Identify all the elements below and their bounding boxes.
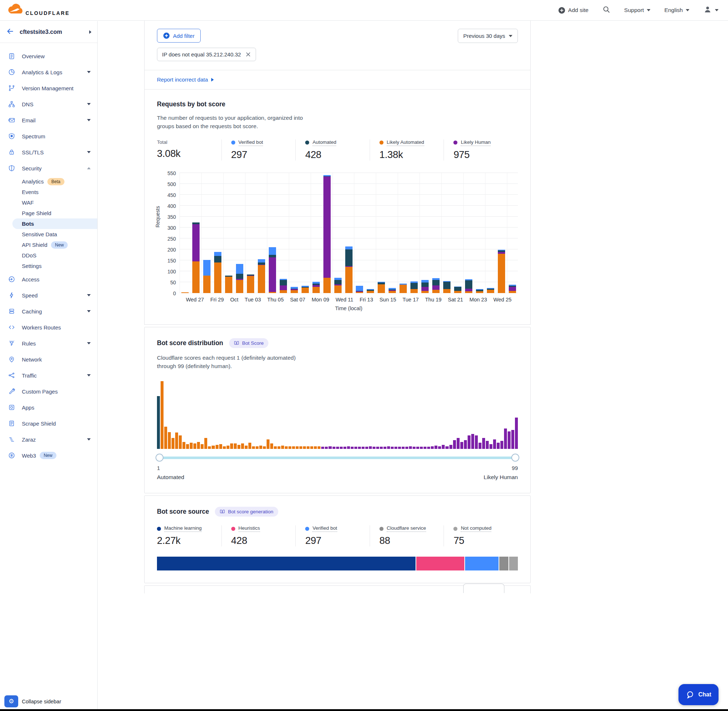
likely-human-segment (192, 224, 199, 261)
back-arrow-icon[interactable] (6, 27, 15, 37)
stat-label[interactable]: Cloudflare service (387, 525, 426, 532)
sidebar-item-rules[interactable]: Rules (0, 335, 97, 351)
x-tick: Thu 19 (425, 297, 442, 302)
sidebar-item-settings[interactable]: Settings (0, 261, 97, 271)
histogram-bar (288, 446, 291, 449)
sidebar-item-network[interactable]: Network (0, 351, 97, 367)
sidebar-item-version-management[interactable]: Version Management (0, 80, 97, 96)
likely-human-segment (465, 289, 473, 291)
verified-bot-segment (214, 252, 222, 256)
stat-label[interactable]: Not computed (461, 525, 491, 532)
bot-score-badge[interactable]: Bot Score (229, 338, 269, 348)
sidebar-item-email[interactable]: Email (0, 112, 97, 128)
chat-button[interactable]: Chat (678, 684, 719, 705)
stat-label[interactable]: Likely Human (461, 139, 490, 146)
sidebar-item-speed[interactable]: Speed (0, 287, 97, 303)
date-range-select[interactable]: Previous 30 days (458, 29, 518, 43)
sidebar-item-events[interactable]: Events (0, 187, 97, 197)
cloudflare-logo[interactable]: CLOUDFLARE (6, 4, 69, 17)
share-icon (8, 372, 15, 379)
stat-label[interactable]: Heuristics (239, 525, 260, 532)
stat-label[interactable]: Verified bot (239, 139, 263, 146)
cloudflare-cloud-icon (6, 4, 23, 17)
slider-track[interactable] (157, 457, 518, 459)
x-tick (463, 297, 470, 302)
sidebar-item-waf[interactable]: WAF (0, 197, 97, 208)
sidebar: cftestsite3.com OverviewAnalytics & Logs… (0, 21, 97, 711)
y-tick: 350 (167, 214, 176, 220)
histogram-bar (259, 445, 262, 449)
sidebar-item-sensitive-data[interactable]: Sensitive Data (0, 229, 97, 239)
language-menu[interactable]: English (664, 7, 690, 13)
verified-bot-segment (236, 264, 243, 274)
add-site-button[interactable]: Add site (558, 7, 589, 14)
stat-label[interactable]: Automated (313, 139, 336, 146)
x-tick: Wed 27 (186, 297, 204, 302)
legend-dot (231, 140, 235, 145)
sidebar-item-label: API Shield (22, 242, 47, 248)
sidebar-item-zaraz[interactable]: Zaraz (0, 431, 97, 447)
sidebar-item-caching[interactable]: Caching (0, 303, 97, 319)
histogram-bar (351, 447, 354, 449)
y-tick: 300 (167, 225, 176, 231)
sidebar-item-web3[interactable]: Web3New (0, 447, 97, 463)
stat-label[interactable]: Verified bot (313, 525, 337, 532)
sidebar-item-dns[interactable]: DNS (0, 96, 97, 112)
report-incorrect-data-link[interactable]: Report incorrect data (157, 77, 214, 83)
stat-label[interactable]: Machine learning (164, 525, 202, 532)
likely-automated-segment (378, 284, 385, 293)
chart-bar (474, 173, 485, 293)
histogram-bar (475, 435, 478, 449)
search-button[interactable] (602, 6, 610, 15)
chart-bar (201, 173, 212, 293)
bot-score-generation-badge[interactable]: Bot score generation (215, 507, 278, 516)
sidebar-item-analytics-logs[interactable]: Analytics & Logs (0, 64, 97, 80)
collapse-sidebar-button[interactable]: Collapse sidebar (22, 699, 61, 704)
chart-bar (311, 173, 322, 293)
account-menu[interactable] (703, 5, 719, 15)
sidebar-item-workers-routes[interactable]: Workers Routes (0, 319, 97, 335)
card-title: Bot score distribution (157, 339, 223, 347)
site-selector[interactable]: cftestsite3.com (0, 21, 97, 43)
stat-value: 428 (231, 535, 296, 546)
sidebar-item-security[interactable]: Security (0, 160, 97, 176)
support-menu[interactable]: Support (624, 7, 650, 13)
histogram-bar (328, 446, 331, 449)
sidebar-item-ddos[interactable]: DDoS (0, 250, 97, 261)
slider-handle-max[interactable] (511, 454, 519, 462)
remove-filter-icon[interactable] (245, 52, 251, 57)
stat-likely-automated: Likely Automated1.38k (370, 139, 444, 161)
sidebar-item-ssl-tls[interactable]: SSL/TLS (0, 144, 97, 160)
histogram-bar (303, 446, 306, 449)
add-filter-button[interactable]: Add filter (157, 29, 201, 43)
sidebar-item-access[interactable]: Access (0, 271, 97, 287)
sidebar-item-traffic[interactable]: Traffic (0, 367, 97, 384)
histogram-bar (369, 446, 372, 449)
score-range-slider[interactable] (157, 453, 518, 462)
chart-bar (387, 173, 398, 293)
histogram-bar (493, 440, 496, 449)
main-content: Add filter IP does not equal 35.212.240.… (144, 21, 531, 593)
histogram-bar (296, 446, 298, 449)
slider-handle-min[interactable] (155, 454, 164, 462)
x-tick (442, 297, 447, 302)
sidebar-item-spectrum[interactable]: Spectrum (0, 128, 97, 144)
likely-automated-segment (291, 290, 298, 293)
sidebar-item-bots[interactable]: Bots (12, 218, 97, 229)
sidebar-item-custom-pages[interactable]: Custom Pages (0, 384, 97, 399)
histogram-bar (274, 446, 277, 449)
sidebar-item-analytics[interactable]: AnalyticsBeta (0, 176, 97, 187)
chevron-down-icon (509, 35, 512, 37)
likely-automated-segment (443, 289, 450, 293)
sidebar-item-overview[interactable]: Overview (0, 48, 97, 64)
histogram-bar (365, 447, 368, 449)
sidebar-item-api-shield[interactable]: API ShieldNew (0, 239, 97, 250)
partial-button[interactable] (463, 584, 504, 593)
sidebar-item-scrape-shield[interactable]: Scrape Shield (0, 415, 97, 431)
histogram-bar (179, 435, 182, 449)
settings-gear-button[interactable]: ⚙ (4, 695, 18, 707)
sidebar-item-apps[interactable]: Apps (0, 399, 97, 415)
stat-label[interactable]: Likely Automated (387, 139, 424, 146)
filter-chip[interactable]: IP does not equal 35.212.240.32 (157, 48, 256, 61)
sidebar-item-page-shield[interactable]: Page Shield (0, 208, 97, 218)
